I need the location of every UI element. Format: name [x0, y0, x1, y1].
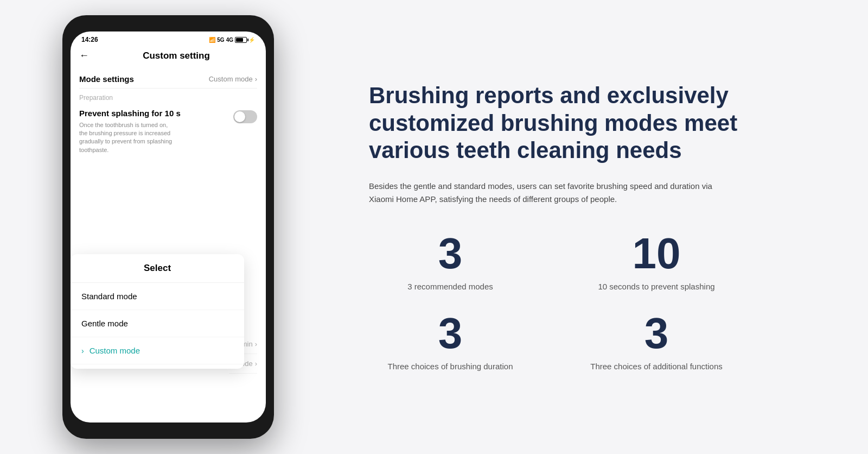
phone-screen: 14:26 📶 5G 4G ⚡ ← Custom setting [71, 31, 266, 423]
custom-mode-chevron: › [81, 346, 84, 355]
stat-number-4: 3 [644, 312, 669, 355]
status-icons: 📶 5G 4G ⚡ [209, 37, 255, 43]
prevent-splashing-text: Prevent splashing for 10 s Once the toot… [79, 108, 181, 154]
mode-select-dropdown: Select Standard mode Gentle mode › Custo… [71, 254, 244, 369]
mode-settings-chevron: › [255, 75, 257, 83]
signal2-icon: 4G [226, 37, 233, 43]
wifi-icon: 📶 [209, 37, 215, 43]
right-section: Brushing reports and exclusively customi… [336, 49, 868, 404]
app-title: Custom setting [95, 51, 257, 61]
stat-label-1: 3 recommended modes [407, 281, 493, 292]
dropdown-item-standard[interactable]: Standard mode [71, 283, 244, 310]
stats-grid: 3 3 recommended modes 10 10 seconds to p… [369, 232, 738, 372]
mode-settings-value: Custom mode › [209, 75, 257, 83]
stat-label-4: Three choices of additional functions [590, 361, 722, 372]
stat-number-3: 3 [438, 312, 463, 355]
toggle-knob [234, 111, 245, 122]
prevent-splashing-toggle[interactable] [233, 110, 257, 123]
mode-settings-row[interactable]: Mode settings Custom mode › [79, 70, 257, 89]
app-content: Mode settings Custom mode › Preparation … [71, 66, 266, 159]
stat-label-3: Three choices of brushing duration [388, 361, 513, 372]
signal1-icon: 5G [217, 37, 224, 43]
battery-icon [235, 37, 247, 43]
back-button[interactable]: ← [79, 50, 89, 61]
charging-icon: ⚡ [248, 37, 255, 43]
main-heading: Brushing reports and exclusively customi… [369, 82, 825, 164]
sub-description: Besides the gentle and standard modes, u… [369, 180, 716, 206]
stat-number-2: 10 [633, 232, 681, 275]
stat-item-1: 3 3 recommended modes [369, 232, 532, 292]
time-display: 14:26 [81, 36, 98, 43]
mode-settings-current: Custom mode [209, 75, 253, 83]
dropdown-title: Select [71, 263, 244, 283]
phone-shell: 14:26 📶 5G 4G ⚡ ← Custom setting [62, 15, 274, 439]
app-bar: ← Custom setting [71, 46, 266, 66]
dropdown-item-custom[interactable]: › Custom mode [71, 337, 244, 364]
stat-item-3: 3 Three choices of brushing duration [369, 312, 532, 372]
stat-number-1: 3 [438, 232, 463, 275]
standard-mode-label: Standard mode [81, 292, 137, 301]
stat-item-2: 10 10 seconds to prevent splashing [575, 232, 738, 292]
left-section: 14:26 📶 5G 4G ⚡ ← Custom setting [0, 0, 336, 454]
mode-settings-label: Mode settings [79, 74, 134, 84]
stat-label-2: 10 seconds to prevent splashing [598, 281, 714, 292]
dropdown-item-gentle[interactable]: Gentle mode [71, 310, 244, 337]
prevent-splashing-title: Prevent splashing for 10 s [79, 108, 181, 119]
custom-mode-label: Custom mode [90, 346, 140, 355]
prevent-splashing-row: Prevent splashing for 10 s Once the toot… [79, 108, 257, 154]
prevent-splashing-desc: Once the toothbrush is turned on, the br… [79, 121, 177, 155]
stat-item-4: 3 Three choices of additional functions [575, 312, 738, 372]
status-bar: 14:26 📶 5G 4G ⚡ [71, 31, 266, 46]
gentle-mode-label: Gentle mode [81, 319, 128, 328]
preparation-label: Preparation [79, 89, 257, 105]
